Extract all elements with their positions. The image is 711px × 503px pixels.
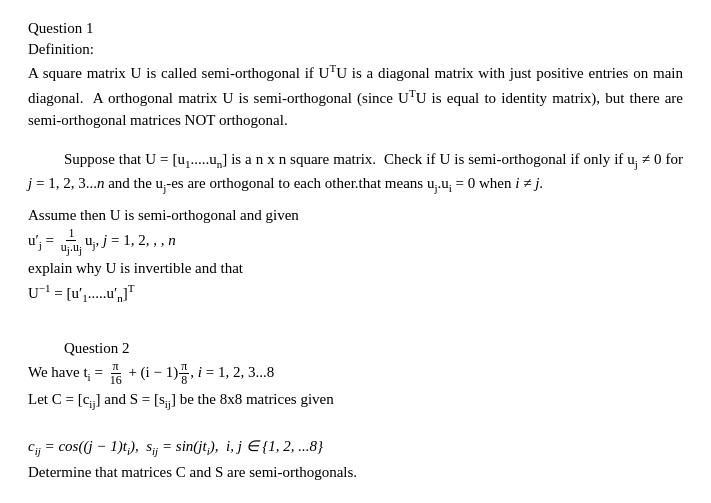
sub-j1: j <box>635 158 638 170</box>
definition-paragraph: A square matrix U is called semi-orthogo… <box>28 60 683 132</box>
assume-line: Assume then U is semi-orthogonal and giv… <box>28 203 683 227</box>
sub-n: n <box>217 158 223 170</box>
explain-line: explain why U is invertible and that <box>28 256 683 280</box>
fraction-pi8: π8 <box>179 360 189 387</box>
sub-j6: j <box>79 244 82 256</box>
question-1-title: Question 1 <box>28 18 683 39</box>
sub-1: 1 <box>185 158 191 170</box>
q2-title-text: Question 2 <box>64 340 129 356</box>
sub-inv1: 1 <box>82 292 88 304</box>
sup-T3: T <box>128 282 135 294</box>
sup-T2: T <box>409 87 416 99</box>
question-2-block: Question 2 We have ti = π16 + (i − 1)π8,… <box>28 326 683 485</box>
frac-den-8: 8 <box>179 374 189 387</box>
sub-ti2: i <box>127 445 130 457</box>
frac-den-16: 16 <box>108 374 124 387</box>
sub-sij2: ij <box>152 445 158 457</box>
definition-label: Definition: <box>28 39 683 60</box>
frac-num-pi2: π <box>179 360 189 374</box>
q2-line1: We have ti = π16 + (i − 1)π8, i = 1, 2, … <box>28 360 683 387</box>
frac-den-1: uj.uj <box>59 241 84 256</box>
sup-T1: T <box>329 62 336 74</box>
sub-j5: j <box>67 244 70 256</box>
sub-j3: j <box>434 182 437 194</box>
fraction-1: 1uj.uj <box>59 227 84 257</box>
frac-num-1: 1 <box>66 227 76 241</box>
sub-cij2: ij <box>35 445 41 457</box>
sub-sij: ij <box>165 398 171 410</box>
fraction-pi16: π16 <box>108 360 124 387</box>
sup-inv: −1 <box>39 282 51 294</box>
content-area: Question 1 Definition: A square matrix U… <box>28 18 683 484</box>
sub-i1: i <box>449 182 452 194</box>
inverse-line: U−1 = [u′1.....u′n]T <box>28 280 683 308</box>
question-1-block: Question 1 Definition: A square matrix U… <box>28 18 683 308</box>
sub-ti3: i <box>207 445 210 457</box>
suppose-paragraph: Suppose that U = [u1.....un] is a n x n … <box>28 148 683 197</box>
sub-j4: j <box>39 239 42 251</box>
sub-ti: i <box>88 371 91 383</box>
formula-line: cij = cos((j − 1)ti), sij = sin(jti), i,… <box>28 434 683 461</box>
q2-line2: Let C = [cij] and S = [sij] be the 8x8 m… <box>28 387 683 414</box>
sub-invn: n <box>117 292 123 304</box>
sub-j7: j <box>92 239 95 251</box>
uprime-line: u′j = 1uj.ujuj, j = 1, 2, , , n <box>28 227 683 257</box>
question-2-title: Question 2 <box>28 336 683 360</box>
determine-line: Determine that matrices C and S are semi… <box>28 460 683 484</box>
sub-cij: ij <box>89 398 95 410</box>
sub-j2: j <box>163 182 166 194</box>
frac-num-pi: π <box>111 360 121 374</box>
